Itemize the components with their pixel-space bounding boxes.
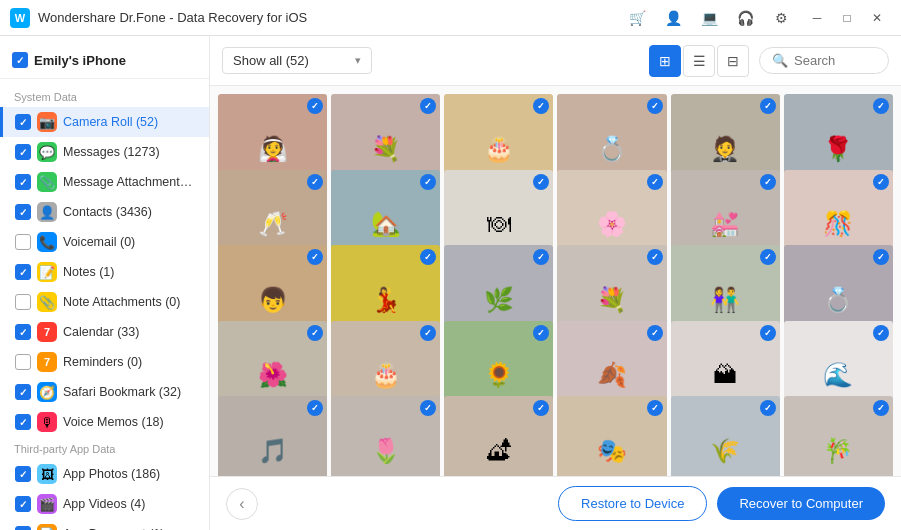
device-checkbox[interactable] xyxy=(12,52,28,68)
sidebar-item-app-photos[interactable]: 🖼 App Photos (186) xyxy=(0,459,209,489)
detail-view-icon: ⊟ xyxy=(727,53,739,69)
photo-checkbox[interactable] xyxy=(647,325,663,341)
app-document-icon: 📄 xyxy=(37,524,57,530)
photo-checkbox[interactable] xyxy=(873,174,889,190)
sidebar: Emily's iPhone System Data 📷 Camera Roll… xyxy=(0,36,210,530)
restore-to-device-button[interactable]: Restore to Device xyxy=(558,486,707,521)
app-document-checkbox[interactable] xyxy=(15,526,31,530)
dropdown-label: Show all (52) xyxy=(233,53,309,68)
photo-checkbox[interactable] xyxy=(647,249,663,265)
camera-roll-icon: 📷 xyxy=(37,112,57,132)
sidebar-item-messages[interactable]: 💬 Messages (1273) xyxy=(0,137,209,167)
app-videos-label: App Videos (4) xyxy=(63,497,197,511)
third-party-label: Third-party App Data xyxy=(0,437,209,459)
photo-cell[interactable]: 🌷IMG_04__.JPG xyxy=(331,396,440,476)
photo-checkbox[interactable] xyxy=(647,174,663,190)
notes-icon: 📝 xyxy=(37,262,57,282)
photo-checkbox[interactable] xyxy=(873,325,889,341)
title-bar: W Wondershare Dr.Fone - Data Recovery fo… xyxy=(0,0,901,36)
photo-checkbox[interactable] xyxy=(873,98,889,114)
reminders-checkbox[interactable] xyxy=(15,354,31,370)
photo-checkbox[interactable] xyxy=(307,174,323,190)
camera-roll-checkbox[interactable] xyxy=(15,114,31,130)
voice-memos-checkbox[interactable] xyxy=(15,414,31,430)
dropdown-arrow-icon: ▾ xyxy=(355,54,361,67)
close-button[interactable]: ✕ xyxy=(863,4,891,32)
message-attachments-checkbox[interactable] xyxy=(15,174,31,190)
app-videos-icon: 🎬 xyxy=(37,494,57,514)
note-attachments-checkbox[interactable] xyxy=(15,294,31,310)
messages-icon: 💬 xyxy=(37,142,57,162)
app-videos-checkbox[interactable] xyxy=(15,496,31,512)
photo-checkbox[interactable] xyxy=(760,325,776,341)
sidebar-item-notes[interactable]: 📝 Notes (1) xyxy=(0,257,209,287)
search-box[interactable]: 🔍 xyxy=(759,47,889,74)
back-button[interactable]: ‹ xyxy=(226,488,258,520)
settings-icon[interactable]: ⚙ xyxy=(767,4,795,32)
notes-label: Notes (1) xyxy=(63,265,197,279)
sidebar-item-contacts[interactable]: 👤 Contacts (3436) xyxy=(0,197,209,227)
cart-icon[interactable]: 🛒 xyxy=(623,4,651,32)
sidebar-item-message-attachments[interactable]: 📎 Message Attachments (244) xyxy=(0,167,209,197)
photo-grid: 👰IMG_041_.JPG💐IMG_041C.JPG🎂IMG_0414.JPG💍… xyxy=(210,86,901,476)
voice-memos-icon: 🎙 xyxy=(37,412,57,432)
voice-memos-label: Voice Memos (18) xyxy=(63,415,197,429)
sidebar-item-voicemail[interactable]: 📞 Voicemail (0) xyxy=(0,227,209,257)
reminders-icon: 7 xyxy=(37,352,57,372)
contacts-checkbox[interactable] xyxy=(15,204,31,220)
photo-checkbox[interactable] xyxy=(647,400,663,416)
sidebar-item-camera-roll[interactable]: 📷 Camera Roll (52) xyxy=(0,107,209,137)
photo-checkbox[interactable] xyxy=(420,174,436,190)
system-data-label: System Data xyxy=(0,85,209,107)
sidebar-item-voice-memos[interactable]: 🎙 Voice Memos (18) xyxy=(0,407,209,437)
photo-checkbox[interactable] xyxy=(760,98,776,114)
messages-checkbox[interactable] xyxy=(15,144,31,160)
voicemail-label: Voicemail (0) xyxy=(63,235,197,249)
safari-bookmark-checkbox[interactable] xyxy=(15,384,31,400)
messages-label: Messages (1273) xyxy=(63,145,197,159)
recover-to-computer-button[interactable]: Recover to Computer xyxy=(717,487,885,520)
photo-cell[interactable]: 🌾IMG_04__.JPG xyxy=(671,396,780,476)
photo-checkbox[interactable] xyxy=(760,249,776,265)
sidebar-item-reminders[interactable]: 7 Reminders (0) xyxy=(0,347,209,377)
note-attachments-icon: 📎 xyxy=(37,292,57,312)
show-all-dropdown[interactable]: Show all (52) ▾ xyxy=(222,47,372,74)
voicemail-icon: 📞 xyxy=(37,232,57,252)
photo-cell[interactable]: 🎵IMG_04__.JPG xyxy=(218,396,327,476)
sidebar-item-safari-bookmark[interactable]: 🧭 Safari Bookmark (32) xyxy=(0,377,209,407)
photo-cell[interactable]: 🎋IMG_04__.JPG xyxy=(784,396,893,476)
calendar-checkbox[interactable] xyxy=(15,324,31,340)
search-input[interactable] xyxy=(794,53,876,68)
grid-view-button[interactable]: ⊞ xyxy=(649,45,681,77)
photo-checkbox[interactable] xyxy=(420,325,436,341)
sidebar-item-calendar[interactable]: 7 Calendar (33) xyxy=(0,317,209,347)
grid-view-icon: ⊞ xyxy=(659,53,671,69)
photo-cell[interactable]: 🏕IMG_04__.JPG xyxy=(444,396,553,476)
voicemail-checkbox[interactable] xyxy=(15,234,31,250)
view-buttons: ⊞ ☰ ⊟ xyxy=(649,45,749,77)
sidebar-item-note-attachments[interactable]: 📎 Note Attachments (0) xyxy=(0,287,209,317)
safari-bookmark-label: Safari Bookmark (32) xyxy=(63,385,197,399)
photo-checkbox[interactable] xyxy=(533,174,549,190)
photo-checkbox[interactable] xyxy=(307,325,323,341)
maximize-button[interactable]: □ xyxy=(833,4,861,32)
app-photos-icon: 🖼 xyxy=(37,464,57,484)
main-layout: Emily's iPhone System Data 📷 Camera Roll… xyxy=(0,36,901,530)
message-attachments-icon: 📎 xyxy=(37,172,57,192)
minimize-button[interactable]: ─ xyxy=(803,4,831,32)
detail-view-button[interactable]: ⊟ xyxy=(717,45,749,77)
photo-checkbox[interactable] xyxy=(760,174,776,190)
list-view-button[interactable]: ☰ xyxy=(683,45,715,77)
calendar-icon: 7 xyxy=(37,322,57,342)
headset-icon[interactable]: 🎧 xyxy=(731,4,759,32)
app-photos-checkbox[interactable] xyxy=(15,466,31,482)
toolbar: Show all (52) ▾ ⊞ ☰ ⊟ 🔍 xyxy=(210,36,901,86)
safari-bookmark-icon: 🧭 xyxy=(37,382,57,402)
photo-checkbox[interactable] xyxy=(647,98,663,114)
notes-checkbox[interactable] xyxy=(15,264,31,280)
sidebar-item-app-videos[interactable]: 🎬 App Videos (4) xyxy=(0,489,209,519)
sidebar-item-app-document[interactable]: 📄 App Document (1) xyxy=(0,519,209,530)
device-icon[interactable]: 💻 xyxy=(695,4,723,32)
user-icon[interactable]: 👤 xyxy=(659,4,687,32)
photo-cell[interactable]: 🎭IMG_04__.JPG xyxy=(557,396,666,476)
